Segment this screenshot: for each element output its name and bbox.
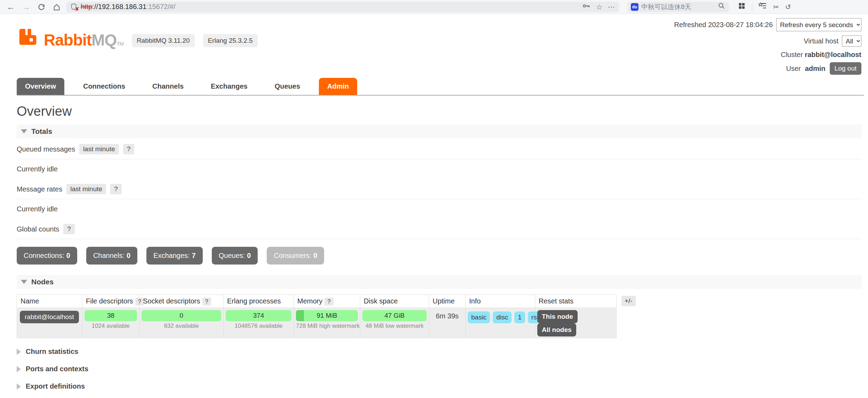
more-options-icon[interactable]: ⋯ bbox=[608, 3, 615, 11]
col-memory: Memory? bbox=[294, 295, 360, 308]
virtual-host-label: Virtual host bbox=[804, 37, 838, 45]
info-cell: basic disc 1 rss bbox=[466, 308, 535, 338]
divider bbox=[752, 3, 752, 11]
info-badge-basic[interactable]: basic bbox=[468, 311, 490, 323]
churn-statistics-label: Churn statistics bbox=[26, 348, 78, 356]
password-key-icon[interactable] bbox=[582, 2, 590, 11]
url-host: ://192.168.186.31 bbox=[92, 3, 146, 10]
page-title: Overview bbox=[17, 104, 868, 119]
refresh-icon[interactable] bbox=[35, 0, 47, 14]
exchanges-count-button[interactable]: Exchanges:7 bbox=[146, 247, 203, 265]
home-icon[interactable] bbox=[51, 0, 63, 14]
help-icon[interactable]: ? bbox=[123, 144, 135, 154]
info-badge-disc[interactable]: disc bbox=[493, 311, 512, 323]
table-header-row: Name File descriptors? Socket descriptor… bbox=[17, 295, 617, 308]
node-name-cell: rabbit@localhost bbox=[17, 308, 82, 338]
export-definitions-section[interactable]: Export definitions bbox=[17, 373, 868, 390]
collapse-triangle-icon bbox=[21, 280, 27, 284]
reset-stats-cell: This node All nodes bbox=[535, 308, 617, 338]
queues-count-button[interactable]: Queues:0 bbox=[212, 247, 258, 265]
tab-exchanges[interactable]: Exchanges bbox=[202, 78, 256, 95]
browser-search-box[interactable]: du 中秋可以连休8天 bbox=[627, 2, 729, 12]
browser-extensions-area: ✂ ↺ bbox=[738, 2, 791, 11]
tab-channels[interactable]: Channels bbox=[144, 78, 192, 95]
node-name-badge[interactable]: rabbit@localhost bbox=[20, 311, 79, 323]
expand-triangle-icon bbox=[17, 366, 21, 372]
tab-queues[interactable]: Queues bbox=[266, 78, 308, 95]
col-reset-stats: Reset stats bbox=[535, 295, 617, 308]
disk-space-bar: 47 GiB bbox=[362, 310, 427, 321]
channels-count-button[interactable]: Channels:0 bbox=[86, 247, 137, 265]
col-file-descriptors: File descriptors? bbox=[82, 295, 139, 308]
message-rates-label: Message rates bbox=[17, 185, 62, 193]
tab-overview[interactable]: Overview bbox=[17, 78, 64, 95]
import-definitions-section[interactable]: Import definitions bbox=[17, 390, 868, 398]
reset-this-node-button[interactable]: This node bbox=[537, 310, 578, 323]
scissors-icon[interactable]: ✂ bbox=[773, 3, 779, 11]
col-disk-space: Disk space bbox=[360, 295, 429, 308]
col-name: Name bbox=[17, 295, 82, 308]
tab-connections[interactable]: Connections bbox=[75, 78, 134, 95]
socket-descriptors-cell: 0 832 available bbox=[139, 308, 224, 338]
rates-window-badge[interactable]: last minute bbox=[66, 184, 106, 194]
logout-button[interactable]: Log out bbox=[830, 62, 861, 75]
ports-and-contexts-section[interactable]: Ports and contexts bbox=[17, 356, 868, 373]
connections-count-button[interactable]: Connections:0 bbox=[17, 247, 77, 265]
address-bar[interactable]: ✘ http://192.168.186.31:15672/#/ ☆ ⋯ bbox=[66, 2, 619, 12]
queued-window-badge[interactable]: last minute bbox=[79, 144, 119, 154]
expand-triangle-icon bbox=[17, 349, 21, 355]
help-icon[interactable]: ? bbox=[63, 224, 75, 234]
help-icon[interactable]: ? bbox=[202, 298, 211, 306]
app-header: RabbitMQTM RabbitMQ 3.11.20 Erlang 25.3.… bbox=[17, 18, 861, 78]
favorites-list-icon[interactable] bbox=[758, 2, 767, 11]
cluster-label: Cluster bbox=[781, 51, 803, 58]
uptime-cell: 6m 39s bbox=[429, 308, 466, 338]
column-toggle-button[interactable]: +/- bbox=[621, 296, 636, 306]
disk-space-cell: 47 GiB 48 MiB low watermark bbox=[360, 308, 429, 338]
memory-cell: 91 MiB 728 MiB high watermark bbox=[294, 308, 360, 338]
nodes-table: Name File descriptors? Socket descriptor… bbox=[17, 294, 617, 338]
global-counts-heading: Global counts ? bbox=[17, 218, 862, 239]
collapse-triangle-icon bbox=[21, 129, 27, 133]
insecure-shield-icon[interactable]: ✘ bbox=[70, 3, 78, 11]
memory-bar: 91 MiB bbox=[296, 310, 358, 321]
global-counts-buttons: Connections:0 Channels:0 Exchanges:7 Que… bbox=[17, 247, 851, 265]
forward-icon[interactable]: → bbox=[20, 0, 32, 14]
queued-messages-label: Queued messages bbox=[17, 145, 75, 153]
col-uptime: Uptime bbox=[429, 295, 466, 308]
export-definitions-label: Export definitions bbox=[26, 382, 85, 390]
nodes-section-header[interactable]: Nodes bbox=[17, 275, 862, 289]
rates-idle-status: Currently idle bbox=[17, 199, 851, 218]
col-info: Info bbox=[466, 295, 535, 308]
file-descriptors-cell: 38 1024 available bbox=[82, 308, 139, 338]
bookmark-star-icon[interactable]: ☆ bbox=[596, 3, 602, 11]
col-erlang-processes: Erlang processes bbox=[224, 295, 294, 308]
erlang-version-badge: Erlang 25.3.2.5 bbox=[203, 34, 258, 47]
reset-all-nodes-button[interactable]: All nodes bbox=[537, 323, 576, 336]
rabbitmq-version-badge: RabbitMQ 3.11.20 bbox=[132, 34, 195, 47]
queued-idle-status: Currently idle bbox=[17, 159, 851, 178]
undo-icon[interactable]: ↺ bbox=[785, 3, 791, 11]
churn-statistics-section[interactable]: Churn statistics bbox=[17, 338, 868, 356]
help-icon[interactable]: ? bbox=[324, 298, 333, 306]
tab-admin[interactable]: Admin bbox=[319, 78, 357, 95]
apps-grid-icon[interactable] bbox=[738, 2, 746, 11]
expand-triangle-icon bbox=[17, 383, 21, 390]
nodes-title: Nodes bbox=[31, 278, 54, 286]
url-text: http://192.168.186.31:15672/#/ bbox=[81, 3, 175, 11]
help-icon[interactable]: ? bbox=[110, 184, 122, 194]
consumers-count-button: Consumers:0 bbox=[267, 247, 324, 265]
back-icon[interactable]: ← bbox=[5, 0, 17, 14]
refresh-interval-select[interactable]: Refresh every 5 seconds bbox=[776, 18, 861, 31]
erlang-processes-bar: 374 bbox=[226, 310, 291, 321]
ports-and-contexts-label: Ports and contexts bbox=[26, 365, 88, 373]
totals-section-header[interactable]: Totals bbox=[17, 124, 862, 138]
virtual-host-select[interactable]: All bbox=[842, 35, 861, 47]
search-hotword[interactable]: 中秋可以连休8天 bbox=[641, 2, 715, 11]
url-path: :15672/#/ bbox=[146, 3, 175, 10]
info-badge-1[interactable]: 1 bbox=[514, 311, 525, 323]
browser-toolbar: ← → ✘ http://192.168.186.31:15672/#/ ☆ ⋯… bbox=[0, 0, 868, 14]
queued-messages-heading: Queued messages last minute ? bbox=[17, 138, 862, 159]
search-icon[interactable] bbox=[718, 2, 725, 11]
rabbitmq-wordmark: RabbitMQTM bbox=[44, 32, 123, 48]
